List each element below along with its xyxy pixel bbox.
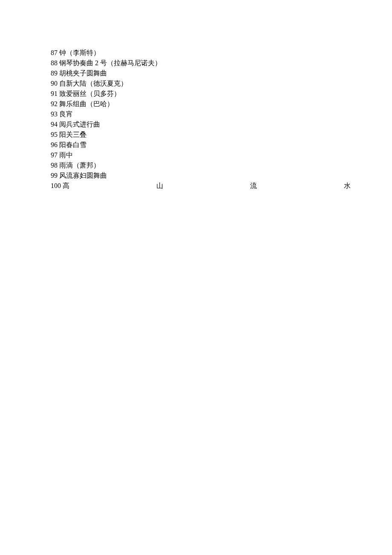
item-number: 95 (51, 131, 58, 138)
justified-char: 水 (344, 181, 351, 191)
item-number: 99 (51, 172, 58, 179)
item-title: 胡桃夹子圆舞曲 (59, 69, 107, 77)
item-title: 阳关三叠 (59, 131, 86, 138)
list-item: 93 良宵 (51, 109, 349, 119)
item-number: 87 (51, 49, 58, 56)
item-number-and-first-char: 100 高 (51, 181, 69, 191)
item-title: 风流寡妇圆舞曲 (59, 172, 107, 179)
item-title: 自新大陆（德沃夏克） (59, 80, 127, 87)
list-item: 97 雨中 (51, 150, 349, 160)
list-item: 98 雨滴（萧邦） (51, 160, 349, 171)
item-title: 舞乐组曲（巴哈） (59, 100, 114, 107)
item-title: 致爱丽丝（贝多芬） (59, 90, 121, 97)
list-item: 94 阅兵式进行曲 (51, 119, 349, 130)
item-title: 阳春白雪 (59, 141, 86, 148)
list-item: 92 舞乐组曲（巴哈） (51, 99, 349, 109)
justified-char: 流 (250, 181, 257, 191)
item-number: 88 (51, 59, 58, 66)
item-number: 96 (51, 141, 58, 148)
list-item: 88 钢琴协奏曲 2 号（拉赫马尼诺夫） (51, 58, 349, 68)
list-item: 89 胡桃夹子圆舞曲 (51, 68, 349, 78)
item-title: 雨中 (59, 151, 73, 159)
item-number: 98 (51, 162, 58, 169)
list-item: 90 自新大陆（德沃夏克） (51, 78, 349, 89)
justified-char: 山 (156, 181, 163, 191)
item-number: 91 (51, 90, 58, 97)
list-item: 91 致爱丽丝（贝多芬） (51, 89, 349, 99)
item-title: 阅兵式进行曲 (59, 121, 100, 128)
item-number: 90 (51, 80, 58, 87)
list-item: 96 阳春白雪 (51, 140, 349, 150)
item-number: 93 (51, 110, 58, 118)
item-title: 钟（李斯特） (59, 49, 100, 56)
list-item: 87 钟（李斯特） (51, 48, 349, 58)
item-number: 92 (51, 100, 58, 107)
list-item: 99 风流寡妇圆舞曲 (51, 171, 349, 181)
music-list: 87 钟（李斯特） 88 钢琴协奏曲 2 号（拉赫马尼诺夫） 89 胡桃夹子圆舞… (51, 48, 349, 191)
item-title: 良宵 (59, 110, 73, 118)
list-item-justified: 100 高 山 流 水 (51, 181, 351, 191)
item-number: 89 (51, 69, 58, 77)
item-title: 雨滴（萧邦） (59, 162, 100, 169)
list-item: 95 阳关三叠 (51, 130, 349, 140)
item-number: 97 (51, 151, 58, 159)
item-number: 94 (51, 121, 58, 128)
item-title: 钢琴协奏曲 2 号（拉赫马尼诺夫） (59, 59, 161, 66)
